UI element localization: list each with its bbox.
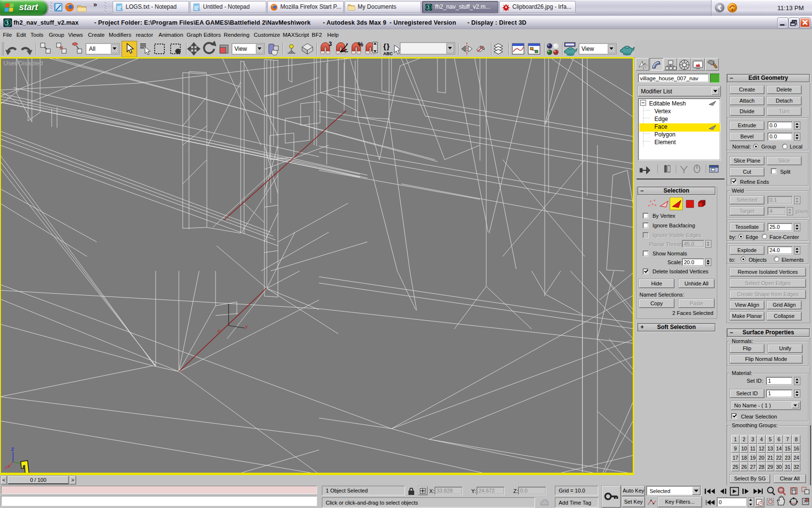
svg-text:Element: Element <box>654 139 676 146</box>
svg-text:Vertex: Vertex <box>654 108 671 115</box>
svg-text:y: y <box>245 324 248 329</box>
svg-text:Edge: Edge <box>654 116 668 122</box>
svg-text:Editable Mesh: Editable Mesh <box>649 100 686 107</box>
svg-text:View: View <box>581 45 594 52</box>
svg-text:View: View <box>234 45 247 52</box>
svg-text:z: z <box>11 446 14 452</box>
svg-text:Face: Face <box>654 123 667 130</box>
svg-text:x: x <box>4 464 8 470</box>
svg-text:All: All <box>89 45 95 52</box>
svg-text:x: x <box>217 328 220 333</box>
svg-text:{ }: { } <box>383 42 390 50</box>
svg-text:3: 3 <box>329 41 332 47</box>
svg-text:Polygon: Polygon <box>654 131 675 138</box>
svg-text:%: % <box>358 41 363 48</box>
svg-text:ABC: ABC <box>383 51 393 56</box>
